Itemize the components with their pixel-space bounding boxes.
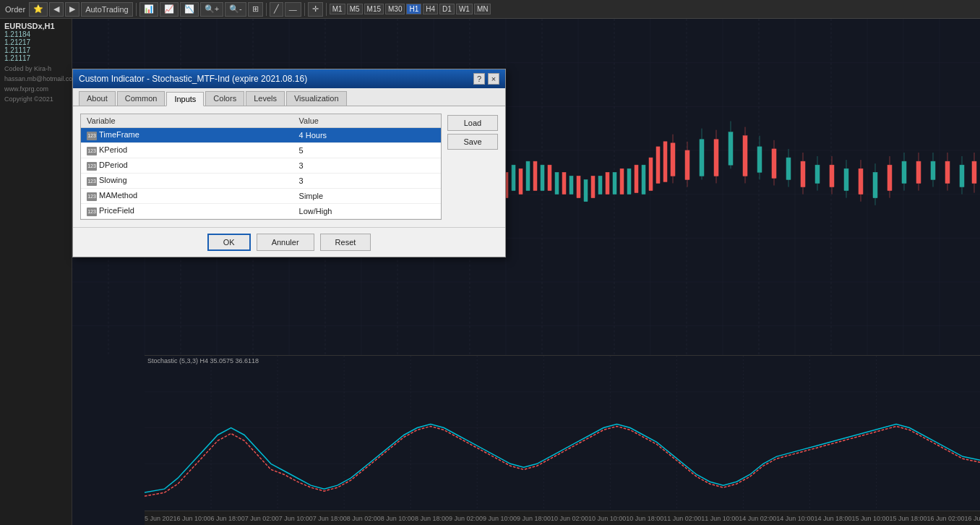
inputs-table-container: Variable Value 123TimeFrame4 Hours123KPe… — [80, 114, 442, 220]
svg-rect-140 — [635, 165, 638, 192]
svg-rect-124 — [569, 176, 573, 194]
ok-button[interactable]: OK — [207, 234, 251, 251]
grid-btn[interactable]: ⊞ — [248, 2, 263, 17]
order-label: Order — [3, 5, 27, 14]
stochastic-panel: Stochastic (5,3,3) H4 35.0575 36.6118 — [145, 355, 980, 511]
date-label-18: 14 Jun 10:00 — [776, 515, 814, 522]
save-button[interactable]: Save — [447, 134, 498, 150]
svg-rect-126 — [598, 176, 602, 194]
toolbar-btn-1[interactable]: ⭐ — [29, 2, 48, 17]
table-row[interactable]: 123MAMethodSimple — [81, 189, 441, 204]
variable-cell: 123KPeriod — [81, 143, 293, 158]
date-label-16: 11 Jun 10:00 — [701, 515, 739, 522]
tf-m1[interactable]: M1 — [330, 4, 345, 14]
tf-h4[interactable]: H4 — [423, 4, 438, 14]
tf-m5[interactable]: M5 — [347, 4, 363, 14]
tf-m15[interactable]: M15 — [364, 4, 384, 14]
svg-rect-135 — [562, 172, 566, 194]
variable-icon: 123 — [87, 162, 97, 171]
line-btn[interactable]: ╱ — [270, 2, 283, 17]
svg-rect-139 — [620, 168, 624, 194]
date-label-13: 10 Jun 10:00 — [588, 515, 626, 522]
tab-inputs[interactable]: Inputs — [166, 92, 204, 106]
load-button[interactable]: Load — [447, 115, 498, 131]
svg-rect-128 — [627, 168, 631, 194]
table-row[interactable]: 123TimeFrame4 Hours — [81, 128, 441, 143]
left-panel: EURUSDx,H1 1.21184 1.21217 1.21117 1.211… — [0, 19, 72, 525]
dialog-titlebar[interactable]: Custom Indicator - Stochastic_MTF-Ind (e… — [73, 69, 505, 88]
table-row[interactable]: 123DPeriod3 — [81, 158, 441, 174]
svg-rect-137 — [591, 176, 595, 197]
toolbar-btn-fwd[interactable]: ▶ — [65, 2, 79, 17]
date-label-11: 9 Jun 18:00 — [517, 515, 551, 522]
variable-cell: 123MAMethod — [81, 189, 293, 204]
price2: 1.21217 — [4, 38, 67, 46]
inputs-tbody: 123TimeFrame4 Hours123KPeriod5123DPeriod… — [81, 128, 441, 219]
svg-rect-127 — [613, 172, 616, 194]
help-button[interactable]: ? — [473, 73, 485, 85]
tf-w1[interactable]: W1 — [456, 4, 473, 14]
table-row[interactable]: 123KPeriod5 — [81, 143, 441, 158]
variable-icon: 123 — [87, 192, 97, 201]
crosshair-btn[interactable]: ✛ — [308, 2, 323, 17]
tf-h1[interactable]: H1 — [406, 4, 421, 14]
table-row[interactable]: 123PriceFieldLow/High — [81, 204, 441, 219]
date-label-6: 8 Jun 02:00 — [347, 515, 381, 522]
separator — [326, 3, 327, 16]
dialog-footer: OK Annuler Reset — [73, 227, 505, 257]
value-cell: 5 — [293, 143, 441, 158]
tf-d1[interactable]: D1 — [439, 4, 455, 14]
tab-visualization[interactable]: Visualization — [286, 91, 347, 106]
separator — [304, 3, 305, 16]
copyright: Copyright ©2021 — [4, 95, 67, 103]
date-label-19: 14 Jun 18:00 — [814, 515, 851, 522]
coded-by: Coded by Kira-h — [4, 65, 67, 72]
zoom-in-btn[interactable]: 🔍+ — [200, 2, 223, 17]
tab-about[interactable]: About — [79, 91, 116, 106]
tab-colors[interactable]: Colors — [205, 91, 244, 106]
email: hassan.mb@hotmail.com — [4, 75, 67, 82]
zoom-out-btn[interactable]: 🔍- — [225, 2, 246, 17]
value-cell: 3 — [293, 158, 441, 174]
value-cell: Simple — [293, 189, 441, 204]
side-buttons: Load Save — [447, 114, 498, 220]
cancel-button[interactable]: Annuler — [257, 234, 314, 251]
autotrading-btn[interactable]: AutoTrading — [81, 2, 133, 17]
variable-cell: 123PriceField — [81, 204, 293, 219]
date-label-3: 7 Jun 02:00 — [245, 515, 279, 522]
svg-rect-141 — [649, 158, 653, 190]
dialog-body: Variable Value 123TimeFrame4 Hours123KPe… — [73, 106, 505, 227]
hline-btn[interactable]: — — [285, 2, 301, 17]
chart-btn-3[interactable]: 📉 — [180, 2, 199, 17]
tf-mn[interactable]: MN — [474, 4, 491, 14]
value-cell: Low/High — [293, 204, 441, 219]
dialog-title: Custom Indicator - Stochastic_MTF-Ind (e… — [79, 74, 473, 84]
chart-btn-2[interactable]: 📈 — [160, 2, 179, 17]
table-row[interactable]: 123Slowing3 — [81, 174, 441, 189]
price3: 1.21117 — [4, 46, 67, 54]
chart-btn-1[interactable]: 📊 — [139, 2, 158, 17]
toolbar-btn-back[interactable]: ◀ — [49, 2, 64, 17]
tf-m30[interactable]: M30 — [385, 4, 405, 14]
tab-common[interactable]: Common — [117, 91, 166, 106]
svg-rect-142 — [656, 147, 660, 184]
svg-rect-144 — [145, 356, 980, 511]
date-label-4: 7 Jun 10:00 — [279, 515, 313, 522]
svg-rect-132 — [519, 168, 523, 194]
reset-button[interactable]: Reset — [320, 234, 371, 251]
price1: 1.21184 — [4, 30, 67, 38]
svg-rect-122 — [541, 165, 544, 190]
price4: 1.21117 — [4, 54, 67, 62]
close-button[interactable]: × — [488, 73, 499, 85]
date-label-7: 8 Jun 10:00 — [381, 515, 415, 522]
variable-cell: 123Slowing — [81, 174, 293, 189]
svg-rect-138 — [606, 172, 609, 194]
variable-icon: 123 — [87, 208, 97, 216]
variable-icon: 123 — [87, 177, 97, 186]
col-variable: Variable — [81, 114, 293, 128]
tab-levels[interactable]: Levels — [246, 91, 285, 106]
svg-rect-129 — [642, 165, 645, 194]
variable-cell: 123DPeriod — [81, 158, 293, 174]
date-label-23: 16 Jun 10:00 — [965, 515, 980, 522]
date-label-20: 15 Jun 10:00 — [851, 515, 889, 522]
